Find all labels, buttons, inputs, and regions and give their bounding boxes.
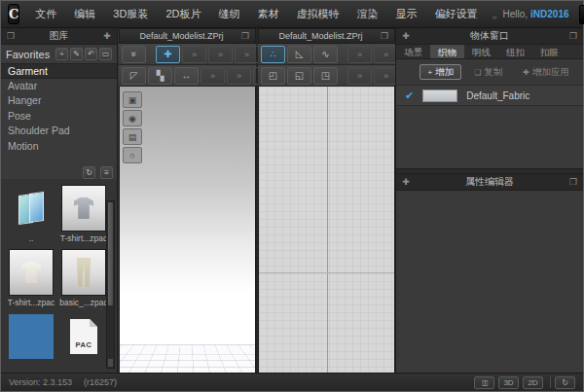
list-item[interactable]: .. bbox=[7, 185, 55, 243]
sync-button[interactable]: ↻ bbox=[555, 376, 575, 389]
tool-overflow-button[interactable]: » bbox=[201, 67, 225, 85]
tool-overflow-button[interactable]: » bbox=[227, 67, 251, 85]
list-item[interactable]: PAC bbox=[59, 313, 108, 362]
undock-icon[interactable]: ❐ bbox=[567, 177, 579, 187]
show-head-button[interactable]: ○ bbox=[123, 147, 142, 163]
sidebar-item-pose[interactable]: Pose bbox=[1, 109, 117, 125]
item-label: basic_...zpac bbox=[59, 298, 108, 307]
grid-center-vline bbox=[327, 87, 328, 373]
edit-favorite-button[interactable]: ✎ bbox=[70, 48, 83, 60]
show-pattern-button[interactable]: ▤ bbox=[123, 128, 142, 145]
scrollbar[interactable] bbox=[106, 200, 115, 369]
add-apply-icon: ✚ bbox=[523, 68, 529, 77]
delete-favorite-button[interactable]: ▭ bbox=[99, 48, 112, 60]
undock-icon[interactable]: ❐ bbox=[5, 31, 17, 41]
tab-topstitch[interactable]: 明线 bbox=[464, 45, 498, 58]
username-link[interactable]: iND2016 bbox=[530, 9, 568, 19]
undock-icon[interactable]: ❐ bbox=[567, 31, 579, 41]
scrollbar-thumb[interactable] bbox=[108, 202, 113, 305]
sidebar-item-avatar[interactable]: Avatar bbox=[1, 79, 117, 94]
list-item[interactable]: T-shirt...zpac bbox=[7, 249, 55, 307]
viewport-2d-toolbar-row1: ∴ ◺ ∿ » » bbox=[258, 44, 395, 65]
tab-buttonhole[interactable]: 扣眼 bbox=[532, 45, 566, 58]
library-panel: ❐ 图库 ✚ Favorites + ✎ ↶ ▭ Garment Avatar … bbox=[1, 28, 118, 373]
viewport-2d-tab[interactable]: Default_Modelist.ZPrj ❐ bbox=[258, 28, 395, 44]
menu-avatar[interactable]: 虚拟模特 bbox=[287, 1, 347, 27]
transform-pattern-tool-button[interactable]: ∴ bbox=[261, 46, 285, 63]
menu-2d-pattern[interactable]: 2D板片 bbox=[157, 1, 209, 27]
dress-tool-button[interactable]: ▚ bbox=[148, 67, 172, 85]
tool-overflow-button[interactable]: » bbox=[347, 46, 372, 63]
pattern-tool-button[interactable]: ◳ bbox=[313, 67, 338, 85]
simulation-button[interactable]: » SIMULATION ▾ bbox=[579, 5, 584, 24]
list-view-icon[interactable]: ≡ bbox=[100, 166, 113, 179]
move-tool-button[interactable]: ✚ bbox=[156, 46, 180, 63]
canvas-2d[interactable] bbox=[258, 87, 395, 374]
split-view-button[interactable]: ▯▯ bbox=[474, 376, 494, 389]
pac-file-icon: PAC bbox=[70, 319, 97, 354]
spacing-tool-button[interactable]: ↔ bbox=[174, 67, 199, 85]
canvas-3d[interactable]: ▣ ◉ ▤ ○ bbox=[119, 87, 256, 374]
viewport-area: Default_Modelist.ZPrj ❐ » ✚ » » » » ◸ ▚ … bbox=[119, 28, 395, 374]
tool-overflow-button[interactable]: » bbox=[182, 46, 206, 63]
viewport-2d-title: Default_Modelist.ZPrj bbox=[263, 31, 379, 41]
tool-overflow-button[interactable]: » bbox=[235, 46, 259, 63]
viewport-3d-toolbar-row1: » ✚ » » » » bbox=[119, 44, 256, 65]
tool-overflow-button[interactable]: » bbox=[347, 67, 372, 85]
pin-icon[interactable]: ✚ bbox=[400, 177, 412, 187]
fabric-name: Default_Fabric bbox=[466, 90, 529, 101]
show-garment-button[interactable]: ▣ bbox=[123, 91, 142, 108]
split-view-icon: ▯▯ bbox=[482, 378, 487, 387]
menu-sewing[interactable]: 缝纫 bbox=[209, 1, 248, 27]
fabric-list-item[interactable]: ✔ Default_Fabric bbox=[396, 85, 583, 106]
add-apply-label: 增加应用 bbox=[532, 66, 569, 79]
scroll-down-button[interactable] bbox=[108, 359, 113, 367]
copy-icon: ❏ bbox=[474, 68, 481, 77]
add-apply-fabric-button[interactable]: ✚ 增加应用 bbox=[515, 64, 577, 80]
menu-3d-garment[interactable]: 3D服装 bbox=[104, 1, 157, 27]
menu-render[interactable]: 渲染 bbox=[347, 1, 386, 27]
sidebar-item-shoulder-pad[interactable]: Shoulder Pad bbox=[1, 124, 117, 139]
sidebar-item-motion[interactable]: Motion bbox=[1, 139, 117, 155]
pin-icon[interactable]: ✚ bbox=[101, 31, 113, 41]
undock-icon[interactable]: ❐ bbox=[379, 31, 390, 41]
tab-scene[interactable]: 场景 bbox=[396, 45, 430, 58]
tab-fabric[interactable]: 织物 bbox=[430, 45, 464, 58]
tab-button[interactable]: 纽扣 bbox=[498, 45, 532, 58]
floor-grid bbox=[119, 344, 256, 374]
library-header: ❐ 图库 ✚ bbox=[1, 28, 117, 45]
list-item[interactable]: basic_...zpac bbox=[59, 249, 108, 307]
view-3d-button[interactable]: 3D bbox=[498, 376, 519, 389]
list-item[interactable]: T-shirt...zpac bbox=[59, 185, 108, 243]
tool-overflow-button[interactable]: » bbox=[208, 46, 233, 63]
sidebar-item-garment[interactable]: Garment bbox=[1, 63, 117, 79]
edit-pattern-tool-button[interactable]: ◺ bbox=[287, 46, 311, 63]
edit-curve-tool-button[interactable]: ∿ bbox=[313, 46, 338, 63]
undock-icon[interactable]: ❐ bbox=[239, 31, 251, 41]
pattern-tool-button[interactable]: ◱ bbox=[287, 67, 311, 85]
menu-edit[interactable]: 编辑 bbox=[65, 1, 104, 27]
simulate-tool-button[interactable]: » bbox=[122, 46, 146, 63]
copy-fabric-button[interactable]: ❏ 复制 bbox=[466, 64, 510, 80]
show-avatar-button[interactable]: ◉ bbox=[123, 110, 142, 126]
add-favorite-button[interactable]: + bbox=[55, 48, 68, 60]
menu-overflow-icon[interactable]: » bbox=[492, 13, 496, 22]
viewport-3d-tab[interactable]: Default_Modelist.ZPrj ❐ bbox=[119, 28, 256, 44]
greeting-label: Hello, bbox=[503, 9, 529, 19]
fabric-swatch bbox=[422, 89, 457, 102]
sidebar-item-hanger[interactable]: Hanger bbox=[1, 93, 117, 109]
item-label: .. bbox=[29, 233, 34, 243]
folder-up-icon bbox=[17, 193, 46, 224]
pattern-tool-button[interactable]: ◰ bbox=[261, 67, 285, 85]
list-item[interactable] bbox=[7, 313, 55, 362]
view-2d-button[interactable]: 2D bbox=[523, 376, 543, 389]
reset-favorite-button[interactable]: ↶ bbox=[85, 48, 97, 60]
refresh-icon[interactable]: ↻ bbox=[83, 166, 95, 179]
menu-material[interactable]: 素材 bbox=[248, 1, 287, 27]
menu-file[interactable]: 文件 bbox=[26, 1, 65, 27]
pin-icon[interactable]: ✚ bbox=[400, 31, 412, 41]
select-garment-tool-button[interactable]: ◸ bbox=[122, 67, 146, 85]
menu-display[interactable]: 显示 bbox=[386, 1, 425, 27]
add-fabric-button[interactable]: + 增加 bbox=[420, 64, 461, 80]
menu-preferences[interactable]: 偏好设置 bbox=[425, 1, 486, 27]
